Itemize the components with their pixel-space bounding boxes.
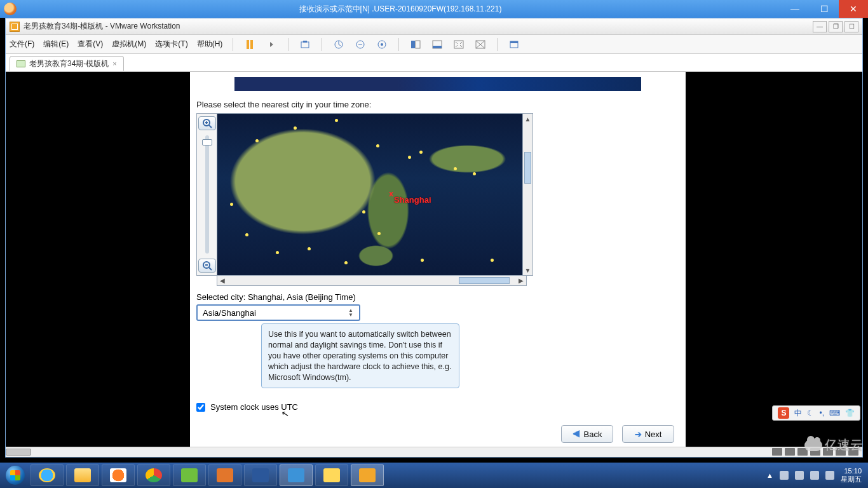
city-dot-icon xyxy=(454,167,457,170)
zoom-slider[interactable] xyxy=(205,135,209,254)
toolbar-fullscreen-icon[interactable] xyxy=(452,38,465,51)
taskbar-chrome[interactable] xyxy=(137,464,170,486)
taskbar-vmware[interactable] xyxy=(351,464,384,486)
city-dot-icon xyxy=(491,259,494,262)
vmware-title-bar: 老男孩教育34期-模版机 - VMware Workstation — ❐ ☐ xyxy=(6,18,862,35)
tray-clock[interactable]: 15:10 星期五 xyxy=(841,467,862,483)
tray-chevron-up-icon[interactable]: ▲ xyxy=(766,471,773,479)
remote-minimize-button[interactable]: — xyxy=(780,0,810,18)
toolbar-library-icon[interactable] xyxy=(508,38,520,51)
tray-flag-icon[interactable] xyxy=(780,471,789,480)
next-button[interactable]: ➔Next xyxy=(622,425,674,443)
taskbar-paint[interactable] xyxy=(315,464,348,486)
timezone-map[interactable]: x Shanghai xyxy=(217,113,523,276)
tray-network-icon[interactable] xyxy=(810,471,819,480)
taskbar-powerpoint[interactable] xyxy=(208,464,241,486)
taskbar-word[interactable] xyxy=(244,464,277,486)
map-vscroll-thumb[interactable] xyxy=(524,152,531,184)
taskbar-explorer[interactable] xyxy=(66,464,99,486)
zoom-slider-handle[interactable] xyxy=(202,139,212,146)
windows-taskbar: ▲ 15:10 星期五 xyxy=(0,463,868,488)
toolbar-dropdown-icon[interactable] xyxy=(265,38,278,51)
city-dot-icon xyxy=(230,203,233,206)
map-horizontal-scrollbar[interactable]: ◀ ▶ xyxy=(217,276,527,286)
utc-checkbox[interactable] xyxy=(196,403,205,412)
toolbar-unity-icon[interactable] xyxy=(474,38,487,51)
map-vertical-scrollbar[interactable]: ▲ ▼ xyxy=(523,113,533,276)
system-tray: ▲ 15:10 星期五 xyxy=(766,467,865,483)
toolbar-snapshot-manager-icon[interactable] xyxy=(376,38,388,51)
taskbar-ie[interactable] xyxy=(31,464,64,486)
vmware-horizontal-scrollbar[interactable] xyxy=(6,447,862,457)
status-hdd-icon[interactable] xyxy=(772,448,782,456)
svg-line-19 xyxy=(209,268,212,270)
svg-line-15 xyxy=(209,125,212,128)
ime-skin-icon[interactable]: 👕 xyxy=(845,409,855,417)
city-dot-icon xyxy=(419,151,423,154)
word-icon xyxy=(252,468,269,482)
vm-tab-close-button[interactable]: × xyxy=(112,60,116,67)
taskbar-utorrent[interactable] xyxy=(173,464,206,486)
next-button-label: Next xyxy=(645,430,662,439)
remote-maximize-button[interactable]: ☐ xyxy=(810,0,839,18)
ime-punct-icon[interactable]: •, xyxy=(819,409,824,417)
toolbar-snapshot-icon[interactable] xyxy=(299,38,311,51)
scroll-right-icon[interactable]: ▶ xyxy=(516,276,526,285)
media-icon xyxy=(110,468,126,482)
vmware-maximize-button[interactable]: ☐ xyxy=(844,21,858,32)
ime-toolbar[interactable]: S 中 ☾ •, ⌨ 👕 xyxy=(772,405,860,421)
remote-title-bar: 接收演示或示范中[N] .USER-20160920FW(192.168.11.… xyxy=(0,0,868,18)
vmware-restore-button[interactable]: ❐ xyxy=(829,21,843,32)
scroll-left-icon[interactable]: ◀ xyxy=(217,276,227,285)
tray-volume-icon[interactable] xyxy=(825,471,834,480)
rdp-icon xyxy=(288,468,304,482)
zoom-out-button[interactable] xyxy=(198,259,216,273)
timezone-select[interactable]: Asia/Shanghai ▲▼ xyxy=(196,304,360,321)
map-hscroll-thumb[interactable] xyxy=(459,277,510,284)
toolbar-snapshot-revert-icon[interactable] xyxy=(354,38,367,51)
menu-file[interactable]: 文件(F) xyxy=(10,39,34,50)
taskbar-rdp[interactable] xyxy=(280,464,313,486)
vm-console-viewport: Please select the nearest city in your t… xyxy=(6,72,862,447)
select-spinner-icon[interactable]: ▲▼ xyxy=(346,309,355,317)
ime-keyboard-icon[interactable]: ⌨ xyxy=(829,409,840,417)
toolbar-view-console-icon[interactable] xyxy=(409,38,422,51)
ie-icon xyxy=(39,468,55,482)
city-dot-icon xyxy=(362,210,365,214)
menu-view[interactable]: 查看(V) xyxy=(78,39,103,50)
city-dot-icon xyxy=(408,156,411,159)
timezone-map-container: x Shanghai ▲ ▼ xyxy=(196,113,533,276)
toolbar-pause-button[interactable] xyxy=(243,38,256,51)
start-button[interactable] xyxy=(3,463,28,488)
ime-sogou-icon[interactable]: S xyxy=(778,407,789,419)
status-cd-icon[interactable] xyxy=(785,448,795,456)
zoom-in-button[interactable] xyxy=(198,116,216,130)
remote-close-button[interactable]: ✕ xyxy=(839,0,868,18)
remote-app-icon xyxy=(4,3,17,15)
taskbar-media[interactable] xyxy=(102,464,135,486)
ime-lang-label[interactable]: 中 xyxy=(794,408,802,419)
vmware-minimize-button[interactable]: — xyxy=(813,21,827,32)
scroll-up-icon[interactable]: ▲ xyxy=(523,114,532,124)
menu-edit[interactable]: 编辑(E) xyxy=(43,39,69,50)
city-dot-icon xyxy=(344,261,348,264)
vm-tab[interactable]: 老男孩教育34期-模版机 × xyxy=(10,56,124,71)
vmware-hscroll-thumb[interactable] xyxy=(6,449,31,456)
menu-help[interactable]: 帮助(H) xyxy=(197,39,223,50)
vm-tab-label: 老男孩教育34期-模版机 xyxy=(29,58,109,69)
installer-panel: Please select the nearest city in your t… xyxy=(190,72,686,447)
vmware-icon xyxy=(359,468,376,482)
selected-city-map-label: Shanghai xyxy=(394,195,431,205)
ime-moon-icon[interactable]: ☾ xyxy=(807,409,814,417)
watermark-text: 亿速云 xyxy=(825,437,863,454)
menu-tabs[interactable]: 选项卡(T) xyxy=(155,39,187,50)
scroll-down-icon[interactable]: ▼ xyxy=(523,265,532,275)
toolbar-snapshot-take-icon[interactable] xyxy=(332,38,345,51)
tray-shield-icon[interactable] xyxy=(795,471,804,480)
city-dot-icon xyxy=(255,139,259,142)
tray-time: 15:10 xyxy=(841,467,862,475)
menu-vm[interactable]: 虚拟机(M) xyxy=(112,39,146,50)
toolbar-view-thumbnail-icon[interactable] xyxy=(431,38,444,51)
paint-icon xyxy=(323,468,340,482)
back-button[interactable]: ⯇Back xyxy=(561,425,613,443)
